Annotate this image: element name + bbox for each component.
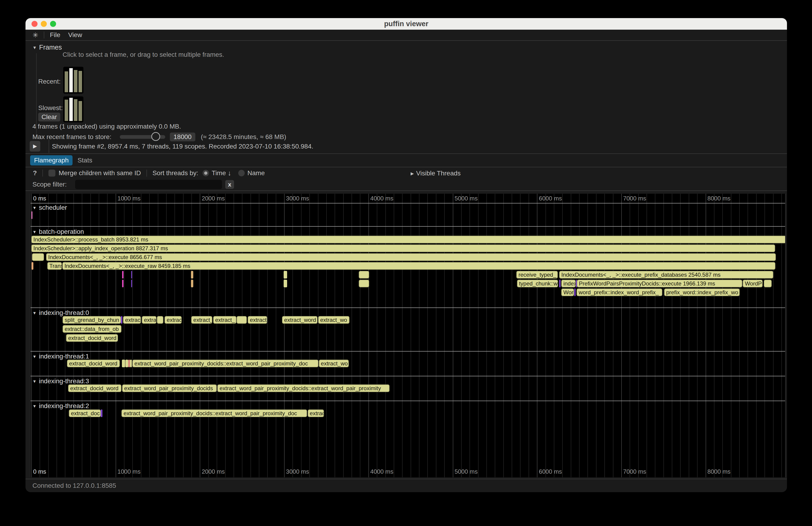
max-frames-slider[interactable]: [120, 132, 166, 142]
flame-scope-bar[interactable]: IndexScheduler>::apply_index_operation 8…: [31, 245, 775, 252]
flame-scope-bar[interactable]: extract_wo: [319, 360, 349, 367]
flame-scope-bar[interactable]: extract::data_from_ob: [62, 325, 121, 333]
flame-scope-bar[interactable]: extract_word_pair_proximity_docids::extr…: [132, 360, 318, 367]
flame-scope-bar[interactable]: [125, 360, 128, 367]
flame-scope-bar[interactable]: extract_word_pair_proximity_docids::extr…: [121, 409, 307, 417]
max-frames-value[interactable]: 18000: [170, 133, 195, 141]
flame-scope-bar[interactable]: [122, 360, 125, 367]
theme-toggle-icon[interactable]: ✳: [32, 31, 38, 39]
frame-thumbnail-recent[interactable]: [63, 67, 84, 93]
flame-scope-bar[interactable]: [191, 280, 193, 287]
flame-scope-bar[interactable]: IndexScheduler>::process_batch 8953.821 …: [31, 236, 786, 243]
flame-scope-bar[interactable]: PrefixWordPairsProximityDocids::execute …: [577, 280, 742, 287]
flame-scope-bar[interactable]: extract: [248, 316, 267, 324]
frame-bar[interactable]: [69, 68, 73, 92]
flame-scope-bar[interactable]: [101, 409, 102, 417]
clear-filter-button[interactable]: x: [225, 180, 234, 189]
thread-header-batch-operation[interactable]: ▼batch-operation: [32, 228, 84, 235]
tab-flamegraph[interactable]: Flamegraph: [30, 155, 73, 165]
frame-bar[interactable]: [65, 100, 68, 121]
sort-name-label[interactable]: Name: [247, 170, 265, 177]
flame-scope-bar[interactable]: Trans: [47, 262, 62, 270]
frame-bar[interactable]: [74, 99, 77, 121]
frame-bar[interactable]: [65, 71, 68, 92]
flame-scope-bar[interactable]: [559, 280, 561, 287]
thread-header-indexing-thread:0[interactable]: ▼indexing-thread:0: [32, 309, 89, 317]
flame-scope-bar[interactable]: IndexDocuments<_, _>::execute_prefix_dat…: [559, 271, 773, 279]
flame-scope-bar[interactable]: extract_docid_word: [68, 384, 121, 392]
flame-scope-bar[interactable]: prefix_word::index_prefix_wo: [664, 289, 740, 296]
flame-scope-bar[interactable]: extra: [142, 316, 156, 324]
flame-scope-bar[interactable]: [359, 271, 369, 279]
clear-button[interactable]: Clear: [38, 113, 60, 121]
flame-scope-bar[interactable]: [157, 316, 163, 324]
flame-scope-bar[interactable]: extract_docid_word: [66, 334, 118, 342]
thread-header-indexing-thread:3[interactable]: ▼indexing-thread:3: [32, 378, 89, 385]
sort-time-radio[interactable]: [203, 170, 209, 176]
flame-scope-bar[interactable]: [284, 280, 287, 287]
tab-stats[interactable]: Stats: [73, 155, 96, 165]
thread-header-indexing-thread:2[interactable]: ▼indexing-thread:2: [32, 402, 89, 410]
flame-scope-bar[interactable]: extract: [123, 316, 141, 324]
flame-scope-bar[interactable]: [236, 316, 247, 324]
minimize-window-button[interactable]: [41, 21, 47, 27]
flame-scope-bar[interactable]: [359, 280, 369, 287]
flame-scope-bar[interactable]: extrac: [308, 409, 324, 417]
flame-scope-bar[interactable]: [764, 280, 772, 287]
flame-scope-bar[interactable]: [284, 271, 287, 279]
flame-scope-bar[interactable]: extract_: [191, 316, 212, 324]
menu-file[interactable]: File: [50, 31, 60, 39]
frame-thumbnail-slowest[interactable]: [63, 97, 84, 122]
flame-scope-bar[interactable]: index: [561, 280, 576, 287]
flame-scope-bar[interactable]: Word: [561, 289, 574, 296]
flame-scope-bar[interactable]: IndexDocuments<_, _>::execute_raw 8459.1…: [62, 262, 775, 270]
flamegraph-canvas[interactable]: 0 ms0 ms1000 ms1000 ms2000 ms2000 ms3000…: [30, 194, 786, 477]
flame-scope-bar[interactable]: receive_typed_: [516, 271, 558, 279]
sort-name-radio[interactable]: [238, 170, 245, 176]
flame-scope-bar[interactable]: extract_word: [282, 316, 318, 324]
help-button[interactable]: ?: [33, 170, 37, 177]
flame-scope-bar[interactable]: word_prefix::index_word_prefix_: [577, 289, 662, 296]
flame-scope-bar[interactable]: split_grenad_by_chun: [62, 316, 121, 324]
flame-scope-bar[interactable]: [574, 289, 576, 296]
menu-view[interactable]: View: [68, 31, 82, 39]
frame-bar[interactable]: [69, 98, 73, 121]
close-window-button[interactable]: [31, 21, 38, 27]
flame-scope-bar[interactable]: extract_: [213, 316, 236, 324]
flame-scope-bar[interactable]: extrac: [164, 316, 182, 324]
flame-scope-bar[interactable]: [32, 253, 44, 261]
flame-scope-bar[interactable]: [122, 271, 124, 279]
frames-header[interactable]: ▼Frames: [32, 44, 62, 51]
flame-scope-bar[interactable]: [31, 211, 32, 219]
flame-scope-bar[interactable]: [131, 280, 132, 287]
thread-header-scheduler[interactable]: ▼scheduler: [32, 204, 67, 211]
flame-scope-bar[interactable]: extract_wo: [318, 316, 349, 324]
visible-threads-toggle[interactable]: ▶Visible Threads: [411, 170, 461, 177]
frame-bar[interactable]: [78, 101, 82, 121]
zoom-window-button[interactable]: [50, 21, 56, 27]
frame-bar[interactable]: [78, 71, 82, 92]
thread-header-indexing-thread:1[interactable]: ▼indexing-thread:1: [32, 353, 89, 360]
flame-scope-bar[interactable]: [130, 360, 132, 367]
scope-filter-input[interactable]: [75, 180, 222, 189]
flame-scope-bar[interactable]: [121, 316, 122, 324]
flame-scope-bar[interactable]: [128, 360, 130, 367]
frame-bar[interactable]: [74, 70, 77, 92]
merge-children-checkbox[interactable]: [48, 170, 55, 177]
flame-scope-bar[interactable]: [31, 262, 33, 270]
titlebar[interactable]: puffin viewer: [26, 18, 787, 30]
flame-scope-bar[interactable]: [131, 271, 132, 279]
slider-knob[interactable]: [151, 132, 160, 141]
sort-direction-icon[interactable]: ↓: [228, 169, 231, 177]
flame-scope-bar[interactable]: WordPr: [743, 280, 763, 287]
play-button[interactable]: ▶: [30, 141, 40, 151]
sort-time-label[interactable]: Time: [212, 170, 226, 177]
flame-scope-bar[interactable]: extract_word_pair_proximity_docids: [122, 384, 217, 392]
flame-scope-bar[interactable]: extract_docid_word: [67, 360, 120, 367]
flame-scope-bar[interactable]: extract_word_pair_proximity_docids::extr…: [217, 384, 389, 392]
flame-scope-bar[interactable]: [122, 280, 124, 287]
flame-scope-bar[interactable]: typed_chunk::w: [517, 280, 558, 287]
flame-scope-bar[interactable]: IndexDocuments<_, _>::execute 8656.677 m…: [46, 253, 776, 261]
flame-scope-bar[interactable]: [191, 271, 193, 279]
flame-scope-bar[interactable]: extract_doc: [69, 409, 101, 417]
